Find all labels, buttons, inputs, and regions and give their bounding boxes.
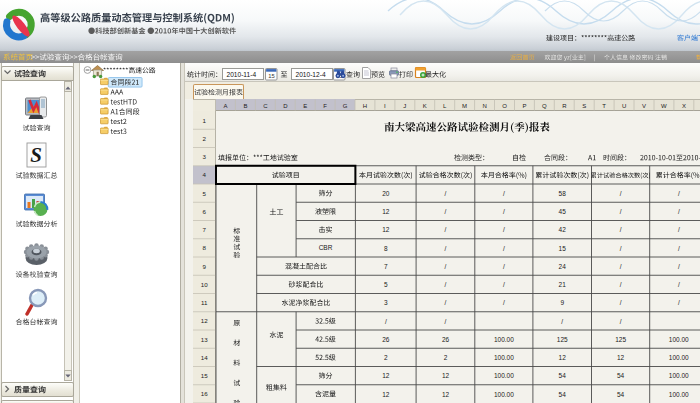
svg-text:8: 8 [384, 245, 388, 252]
svg-text:100.00: 100.00 [494, 391, 514, 398]
svg-text:/: / [620, 318, 622, 325]
svg-text:/: / [385, 318, 387, 325]
svg-text:/: / [445, 263, 447, 270]
svg-text:V: V [642, 103, 646, 109]
svg-text:12: 12 [442, 372, 450, 379]
svg-text:K: K [423, 103, 427, 109]
svg-text:58: 58 [559, 190, 567, 197]
svg-text:15: 15 [201, 372, 208, 379]
svg-text:/: / [503, 245, 505, 252]
svg-text:12: 12 [442, 391, 450, 398]
svg-text:/: / [445, 226, 447, 233]
svg-text:/: / [503, 208, 505, 215]
svg-text:5: 5 [384, 281, 388, 288]
svg-text:/: / [620, 208, 622, 215]
svg-text:54: 54 [559, 372, 567, 379]
svg-text:J: J [403, 103, 406, 109]
svg-text:L: L [443, 103, 447, 109]
svg-text:/: / [445, 245, 447, 252]
svg-text:12: 12 [382, 208, 390, 215]
svg-text:/: / [678, 281, 680, 288]
svg-text:W: W [661, 103, 667, 109]
svg-text:/: / [445, 318, 447, 325]
svg-text:Q: Q [542, 103, 547, 109]
svg-text:14: 14 [201, 354, 208, 361]
svg-text:100.00: 100.00 [669, 336, 689, 343]
svg-text:8: 8 [202, 244, 206, 251]
svg-text:2010-11-4: 2010-11-4 [227, 71, 257, 78]
svg-text:/: / [445, 190, 447, 197]
svg-text:21: 21 [559, 281, 567, 288]
svg-text:/: / [678, 299, 680, 306]
svg-text:20: 20 [382, 190, 390, 197]
svg-text:100.00: 100.00 [669, 372, 689, 379]
svg-text:I: I [384, 103, 386, 109]
svg-text:15: 15 [268, 73, 274, 79]
svg-text:2010-12-4: 2010-12-4 [296, 71, 326, 78]
svg-text:/: / [620, 245, 622, 252]
svg-text:12: 12 [617, 354, 625, 361]
svg-text:CBR: CBR [319, 244, 333, 251]
svg-text:/: / [678, 263, 680, 270]
svg-text:9: 9 [202, 263, 206, 270]
svg-text:2: 2 [444, 354, 448, 361]
svg-text:/: / [620, 299, 622, 306]
svg-text:10: 10 [201, 281, 208, 288]
svg-text:54: 54 [559, 391, 567, 398]
svg-text:H: H [363, 103, 367, 109]
svg-text:N: N [482, 103, 486, 109]
svg-text:/: / [561, 318, 563, 325]
svg-text:6: 6 [202, 208, 206, 215]
svg-text:54: 54 [617, 391, 625, 398]
svg-text:12: 12 [382, 226, 390, 233]
svg-text:/: / [620, 263, 622, 270]
svg-text:7: 7 [202, 226, 206, 233]
svg-text:E: E [303, 103, 307, 109]
svg-text:12: 12 [382, 391, 390, 398]
svg-text:/: / [503, 263, 505, 270]
svg-text:1: 1 [202, 117, 206, 124]
svg-text:/: / [503, 299, 505, 306]
svg-text:54: 54 [617, 372, 625, 379]
svg-text:P: P [522, 103, 526, 109]
svg-text:100.00: 100.00 [669, 391, 689, 398]
svg-text:100.00: 100.00 [494, 354, 514, 361]
svg-text:S: S [30, 143, 42, 167]
svg-text:45: 45 [559, 208, 567, 215]
svg-text:100.00: 100.00 [669, 354, 689, 361]
svg-text:F: F [323, 103, 327, 109]
svg-text:/: / [503, 226, 505, 233]
svg-text:26: 26 [442, 336, 450, 343]
svg-text:/: / [620, 190, 622, 197]
svg-text:2: 2 [384, 354, 388, 361]
svg-text:/: / [445, 299, 447, 306]
svg-text:/: / [678, 208, 680, 215]
svg-text:12: 12 [201, 317, 208, 324]
svg-text:R: R [562, 103, 567, 109]
svg-text:125: 125 [557, 336, 568, 343]
svg-text:G: G [343, 103, 348, 109]
svg-text:/: / [678, 226, 680, 233]
svg-text:T: T [602, 103, 606, 109]
svg-text:C: C [263, 103, 268, 109]
svg-text:/: / [503, 190, 505, 197]
svg-text:D: D [283, 103, 288, 109]
svg-text:9: 9 [560, 299, 564, 306]
svg-text:12: 12 [559, 354, 567, 361]
svg-text:/: / [678, 190, 680, 197]
svg-text:2: 2 [202, 135, 206, 142]
svg-text:S: S [582, 103, 586, 109]
svg-text:X: X [682, 103, 686, 109]
svg-text:3: 3 [384, 299, 388, 306]
svg-text:M: M [462, 103, 467, 109]
svg-text:4: 4 [202, 171, 206, 178]
svg-text:7: 7 [384, 263, 388, 270]
svg-text:42: 42 [559, 226, 567, 233]
svg-text:/: / [445, 281, 447, 288]
svg-text:26: 26 [382, 336, 390, 343]
svg-text:U: U [622, 103, 626, 109]
svg-text:O: O [502, 103, 507, 109]
svg-text:A: A [223, 103, 227, 109]
svg-text:3: 3 [202, 153, 206, 160]
svg-text:24: 24 [559, 263, 567, 270]
